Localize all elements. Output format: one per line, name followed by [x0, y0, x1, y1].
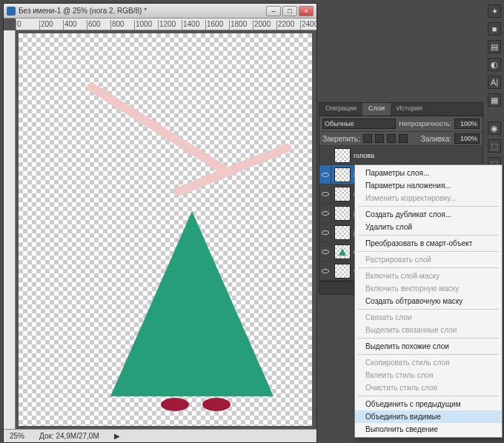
- horizontal-ruler[interactable]: 0200400600800100012001400160018002000220…: [16, 19, 316, 30]
- ruler-mark: 800: [110, 20, 125, 30]
- ruler-mark: 600: [87, 20, 101, 30]
- menu-separator: [358, 267, 499, 268]
- shape-foot-right: [202, 398, 231, 411]
- eye-icon: [322, 250, 329, 254]
- layer-thumbnail[interactable]: [334, 244, 351, 259]
- menu-item[interactable]: Объединить видимые: [355, 410, 502, 423]
- menu-item[interactable]: Создать обтравочную маску: [355, 295, 502, 307]
- menu-item: Вклеить стиль слоя: [355, 369, 502, 382]
- tab-Слои[interactable]: Слои: [362, 103, 391, 116]
- blend-row: Обычные Непрозрачность: 100%: [319, 116, 483, 132]
- toolbar-button-1[interactable]: ■: [488, 22, 501, 36]
- visibility-toggle[interactable]: [319, 204, 331, 222]
- ruler-mark: 2200: [276, 20, 294, 30]
- ruler-mark: 400: [63, 20, 77, 30]
- layer-context-menu: Параметры слоя...Параметры наложения...И…: [354, 164, 503, 438]
- menu-separator: [358, 251, 499, 252]
- eye-icon: [322, 230, 329, 235]
- opacity-label: Непрозрачность:: [399, 120, 451, 127]
- shape-tree-body: [110, 211, 273, 396]
- document-title: Без имени-1 @ 25% (нога 2, RGB/8) *: [19, 7, 263, 15]
- layer-name[interactable]: голова: [354, 152, 374, 159]
- lock-transparency-icon[interactable]: [363, 134, 372, 143]
- status-bar: 25% Док: 24,9M/27,0M ▶: [4, 429, 316, 442]
- layer-thumbnail[interactable]: [334, 264, 351, 279]
- menu-item: Связать слои: [355, 311, 502, 324]
- tab-История[interactable]: История: [391, 103, 428, 116]
- document-window: Без имени-1 @ 25% (нога 2, RGB/8) * – □ …: [3, 3, 317, 443]
- visibility-toggle[interactable]: [319, 165, 331, 184]
- canvas-area[interactable]: [16, 30, 316, 429]
- menu-item[interactable]: Удалить слой: [355, 221, 502, 233]
- ruler-mark: 1400: [182, 20, 199, 30]
- right-toolbar: ✦■▤◐A|▦◉⬚⬚: [486, 1, 503, 173]
- toolbar-button-5[interactable]: ▦: [488, 93, 501, 107]
- fill-input[interactable]: 100%: [454, 133, 480, 144]
- toolbar-button-7[interactable]: ⬚: [488, 139, 501, 153]
- zoom-level[interactable]: 25%: [10, 432, 24, 440]
- layer-thumbnail[interactable]: [334, 187, 351, 201]
- menu-item: Включить векторную маску: [355, 282, 502, 295]
- lock-label: Закрепить:: [322, 135, 360, 143]
- visibility-toggle[interactable]: [319, 184, 331, 203]
- minimize-button[interactable]: –: [266, 6, 281, 16]
- lock-position-icon[interactable]: [387, 134, 396, 143]
- eye-icon: [322, 211, 329, 216]
- menu-item: Очистить стиль слоя: [355, 382, 502, 394]
- menu-separator: [358, 338, 499, 339]
- menu-item: Включить слой-маску: [355, 270, 502, 282]
- toolbar-button-4[interactable]: A|: [488, 76, 501, 89]
- layer-thumbnail[interactable]: [334, 167, 351, 182]
- visibility-toggle[interactable]: [319, 146, 331, 164]
- toolbar-button-0[interactable]: ✦: [488, 4, 501, 18]
- layer-thumbnail[interactable]: [334, 206, 351, 221]
- toolbar-button-2[interactable]: ▤: [488, 40, 501, 53]
- menu-item[interactable]: Параметры слоя...: [355, 167, 502, 179]
- visibility-toggle[interactable]: [319, 242, 331, 261]
- menu-separator: [358, 354, 499, 355]
- blend-mode-select[interactable]: Обычные: [322, 119, 396, 129]
- layer-row[interactable]: голова: [319, 146, 483, 165]
- opacity-input[interactable]: 100%: [454, 119, 480, 129]
- tab-Операции[interactable]: Операции: [319, 103, 362, 116]
- canvas[interactable]: [19, 33, 312, 426]
- doc-size: Док: 24,9M/27,0M: [39, 432, 99, 440]
- ruler-mark: 1600: [205, 20, 223, 30]
- toolbar-button-6[interactable]: ◉: [488, 121, 501, 135]
- menu-item[interactable]: Преобразовать в смарт-объект: [355, 237, 502, 250]
- menu-separator: [358, 396, 499, 396]
- status-arrow-icon[interactable]: ▶: [114, 432, 120, 440]
- menu-separator: [358, 235, 499, 236]
- maximize-button[interactable]: □: [282, 6, 297, 16]
- menu-item[interactable]: Объединить с предыдущим: [355, 398, 502, 410]
- ruler-mark: 1000: [134, 20, 152, 30]
- menu-separator: [358, 309, 499, 310]
- document-titlebar[interactable]: Без имени-1 @ 25% (нога 2, RGB/8) * – □ …: [4, 4, 316, 19]
- shape-arm-left: [85, 81, 228, 175]
- lock-pixels-icon[interactable]: [375, 134, 384, 143]
- lock-row: Закрепить: Заливка: 100%: [319, 132, 483, 146]
- panel-tabs: ОперацииСлоиИстория: [319, 103, 483, 116]
- eye-icon: [322, 192, 329, 196]
- layer-thumbnail[interactable]: [334, 225, 351, 240]
- toolbar-button-3[interactable]: ◐: [488, 58, 501, 71]
- menu-item[interactable]: Выделить похожие слои: [355, 340, 502, 353]
- visibility-toggle[interactable]: [319, 262, 331, 280]
- ruler-mark: 200: [39, 20, 53, 30]
- lock-all-icon[interactable]: [399, 134, 408, 143]
- menu-item[interactable]: Создать дубликат слоя...: [355, 208, 502, 221]
- close-button[interactable]: ×: [299, 6, 314, 16]
- shape-foot-left: [161, 398, 189, 411]
- ruler-mark: 0: [16, 20, 21, 30]
- vertical-ruler[interactable]: [4, 30, 16, 429]
- menu-item: Растрировать слой: [355, 253, 502, 266]
- visibility-toggle[interactable]: [319, 223, 331, 242]
- menu-item[interactable]: Параметры наложения...: [355, 179, 502, 192]
- menu-item[interactable]: Выполнить сведение: [355, 423, 502, 436]
- ruler-mark: 1200: [158, 20, 176, 30]
- app-icon: [7, 7, 16, 16]
- menu-item: Изменить корректировку...: [355, 192, 502, 204]
- layer-thumbnail[interactable]: [334, 148, 351, 163]
- eye-icon: [322, 173, 329, 177]
- menu-separator: [358, 206, 499, 207]
